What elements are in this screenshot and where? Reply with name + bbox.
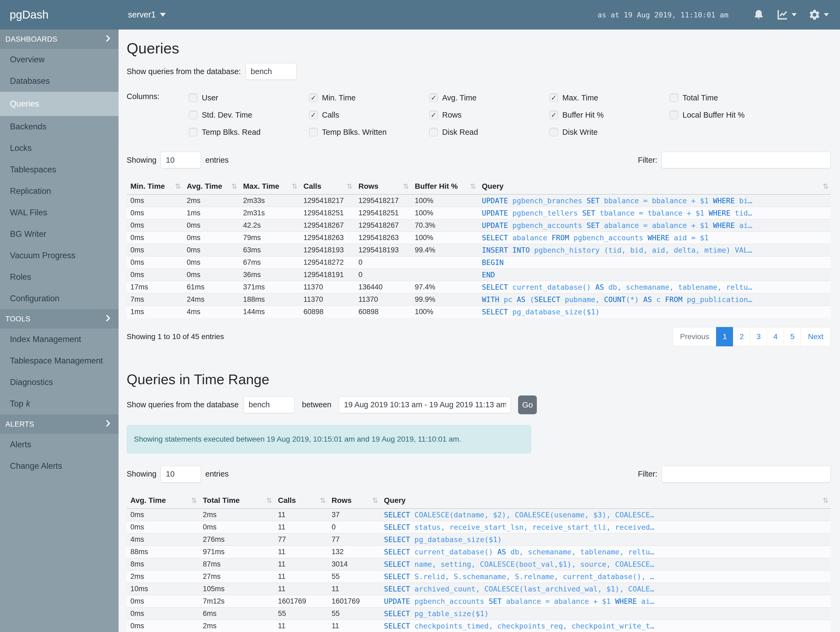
query-link[interactable]: UPDATE pgbench_accounts SET abalance = a… bbox=[380, 595, 831, 607]
pagination-previous[interactable]: Previous bbox=[673, 327, 716, 346]
sidebar-section-tools[interactable]: TOOLS bbox=[0, 309, 118, 329]
sidebar-item-tablespace-management[interactable]: Tablespace Management bbox=[0, 350, 118, 372]
checkbox-disk-read[interactable]: Disk Read bbox=[429, 127, 549, 138]
checked-checkbox-icon[interactable]: ✓ bbox=[309, 93, 317, 102]
checkbox-max-time[interactable]: ✓Max. Time bbox=[549, 92, 669, 103]
query-link[interactable]: SELECT pg_database_size($1) bbox=[478, 306, 831, 318]
query-link[interactable]: UPDATE pgbench_accounts SET abalance = a… bbox=[478, 219, 831, 232]
query-link[interactable]: SELECT name, setting, COALESCE(boot_val,… bbox=[380, 558, 831, 570]
pagination-page-4[interactable]: 4 bbox=[767, 327, 784, 346]
checkbox-temp-blks-read[interactable]: Temp Blks. Read bbox=[189, 127, 309, 138]
bell-icon[interactable] bbox=[753, 9, 764, 21]
checkbox-user[interactable]: User bbox=[189, 92, 309, 103]
query-link[interactable]: UPDATE pgbench_branches SET bbalance = b… bbox=[478, 194, 831, 207]
sidebar-section-alerts[interactable]: ALERTS bbox=[0, 415, 118, 434]
pagination-page-2[interactable]: 2 bbox=[733, 327, 750, 346]
column-header-query[interactable]: Query⇅ bbox=[478, 179, 831, 194]
pagination-page-5[interactable]: 5 bbox=[784, 327, 801, 346]
database-input[interactable] bbox=[246, 63, 297, 80]
sidebar-item-databases[interactable]: Databases bbox=[0, 70, 118, 92]
query-link[interactable]: INSERT INTO pgbench_history (tid, bid, a… bbox=[478, 244, 831, 257]
entries-count-input[interactable] bbox=[161, 152, 201, 168]
sidebar-item-roles[interactable]: Roles bbox=[0, 266, 118, 288]
query-link[interactable]: SELECT pg_database_size($1) bbox=[380, 533, 831, 546]
checkbox-avg-time[interactable]: ✓Avg. Time bbox=[429, 92, 549, 103]
column-header-query[interactable]: Query⇅ bbox=[380, 493, 831, 508]
column-header-avg-time[interactable]: Avg. Time⇅ bbox=[183, 179, 239, 194]
sidebar-item-topk[interactable]: Topk bbox=[0, 393, 118, 415]
checkbox-min-time[interactable]: ✓Min. Time bbox=[309, 92, 429, 103]
sidebar-item-overview[interactable]: Overview bbox=[0, 49, 118, 70]
checkbox-local-buffer-hit[interactable]: Local Buffer Hit % bbox=[669, 109, 790, 120]
checked-checkbox-icon[interactable]: ✓ bbox=[429, 111, 438, 119]
sort-icon[interactable]: ⇅ bbox=[231, 182, 237, 190]
sidebar-item-replication[interactable]: Replication bbox=[0, 181, 118, 202]
query-link[interactable]: SELECT pg_table_size($1) bbox=[380, 607, 831, 620]
query-link[interactable]: SELECT current_database() AS db, scheman… bbox=[380, 546, 831, 558]
sort-icon[interactable]: ⇅ bbox=[823, 182, 829, 190]
sort-icon[interactable]: ⇅ bbox=[403, 182, 409, 190]
query-link[interactable]: BEGIN bbox=[478, 257, 831, 269]
query-link[interactable]: SELECT abalance FROM pgbench_accounts WH… bbox=[478, 232, 831, 244]
sort-icon[interactable]: ⇅ bbox=[320, 496, 326, 504]
server-selector[interactable]: server1 bbox=[118, 10, 166, 20]
column-header-avg-time[interactable]: Avg. Time⇅ bbox=[126, 493, 199, 508]
charts-menu[interactable] bbox=[776, 9, 797, 21]
sort-icon[interactable]: ⇅ bbox=[266, 496, 272, 504]
sidebar-item-change-alerts[interactable]: Change Alerts bbox=[0, 455, 118, 477]
checkbox-total-time[interactable]: Total Time bbox=[669, 92, 790, 103]
date-range-input[interactable] bbox=[339, 396, 511, 413]
unchecked-checkbox-icon[interactable] bbox=[549, 128, 558, 136]
sidebar-item-diagnostics[interactable]: Diagnostics bbox=[0, 372, 118, 393]
sort-icon[interactable]: ⇅ bbox=[470, 182, 476, 190]
checkbox-disk-write[interactable]: Disk Write bbox=[549, 127, 669, 138]
go-button[interactable]: Go bbox=[518, 396, 537, 414]
unchecked-checkbox-icon[interactable] bbox=[309, 128, 317, 136]
checked-checkbox-icon[interactable]: ✓ bbox=[549, 93, 558, 102]
query-link[interactable]: SELECT status, receive_start_lsn, receiv… bbox=[380, 521, 831, 533]
sidebar-item-locks[interactable]: Locks bbox=[0, 138, 118, 159]
settings-menu[interactable] bbox=[808, 9, 829, 21]
unchecked-checkbox-icon[interactable] bbox=[669, 93, 678, 102]
sidebar-item-vacuum-progress[interactable]: Vacuum Progress bbox=[0, 245, 118, 266]
column-header-rows[interactable]: Rows⇅ bbox=[355, 179, 411, 194]
sort-icon[interactable]: ⇅ bbox=[823, 496, 829, 504]
query-link[interactable]: SELECT S.relid, S.schemaname, S.relname,… bbox=[380, 570, 831, 583]
query-link[interactable]: UPDATE pgbench_tellers SET tbalance = tb… bbox=[478, 207, 831, 219]
sidebar-item-tablespaces[interactable]: Tablespaces bbox=[0, 159, 118, 181]
checked-checkbox-icon[interactable]: ✓ bbox=[549, 111, 558, 119]
column-header-calls[interactable]: Calls⇅ bbox=[274, 493, 328, 508]
sort-icon[interactable]: ⇅ bbox=[292, 182, 297, 190]
unchecked-checkbox-icon[interactable] bbox=[189, 111, 197, 119]
column-header-buffer-hit[interactable]: Buffer Hit %⇅ bbox=[411, 179, 478, 194]
column-header-total-time[interactable]: Total Time⇅ bbox=[199, 493, 274, 508]
checkbox-calls[interactable]: ✓Calls bbox=[309, 109, 429, 120]
filter-input[interactable] bbox=[662, 152, 831, 168]
sidebar-item-backends[interactable]: Backends bbox=[0, 116, 118, 138]
sidebar-item-bg-writer[interactable]: BG Writer bbox=[0, 223, 118, 245]
sort-icon[interactable]: ⇅ bbox=[175, 182, 181, 190]
sidebar-item-wal-files[interactable]: WAL Files bbox=[0, 202, 118, 223]
sidebar-item-index-management[interactable]: Index Management bbox=[0, 329, 118, 350]
query-link[interactable]: SELECT checkpoints_timed, checkpoints_re… bbox=[380, 620, 831, 632]
pagination-page-3[interactable]: 3 bbox=[750, 327, 767, 346]
database-input-2[interactable] bbox=[243, 396, 295, 413]
sidebar-item-alerts[interactable]: Alerts bbox=[0, 434, 118, 455]
column-header-rows[interactable]: Rows⇅ bbox=[328, 493, 380, 508]
pagination-page-1[interactable]: 1 bbox=[716, 327, 733, 346]
unchecked-checkbox-icon[interactable] bbox=[189, 93, 197, 102]
filter-input-2[interactable] bbox=[662, 466, 831, 483]
unchecked-checkbox-icon[interactable] bbox=[189, 128, 197, 136]
unchecked-checkbox-icon[interactable] bbox=[669, 111, 678, 119]
checked-checkbox-icon[interactable]: ✓ bbox=[429, 93, 438, 102]
sort-icon[interactable]: ⇅ bbox=[372, 496, 378, 504]
query-link[interactable]: WITH pc AS (SELECT pubname, COUNT(*) AS … bbox=[478, 293, 831, 306]
query-link[interactable]: SELECT current_database() AS db, scheman… bbox=[478, 281, 831, 293]
unchecked-checkbox-icon[interactable] bbox=[429, 128, 438, 136]
column-header-calls[interactable]: Calls⇅ bbox=[300, 179, 355, 194]
sidebar-item-queries[interactable]: Queries bbox=[0, 92, 118, 116]
query-link[interactable]: SELECT COALESCE(datname, $2), COALESCE(u… bbox=[380, 508, 831, 521]
query-link[interactable]: END bbox=[478, 269, 831, 281]
query-link[interactable]: SELECT archived_count, COALESCE(last_arc… bbox=[380, 583, 831, 595]
checked-checkbox-icon[interactable]: ✓ bbox=[309, 111, 317, 119]
